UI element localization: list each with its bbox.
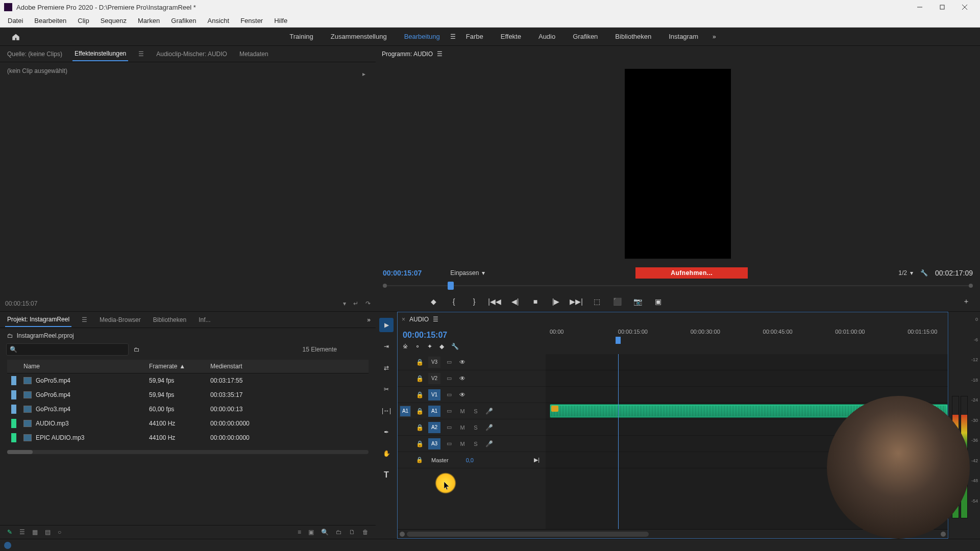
tab-projekt[interactable]: Projekt: InstagramReel — [5, 313, 71, 327]
icon-view-icon[interactable]: ▦ — [32, 529, 38, 536]
add-marker-button[interactable]: ◆ — [427, 295, 440, 308]
delete-button[interactable]: 🗑 — [362, 529, 369, 536]
timeline-timecode[interactable]: 00:00:15:07 — [403, 331, 541, 340]
lift-button[interactable]: ⬚ — [590, 295, 603, 308]
playhead-line[interactable] — [618, 354, 619, 529]
ripple-edit-tool[interactable]: ⇄ — [379, 361, 394, 375]
stop-button[interactable]: ■ — [529, 295, 542, 308]
workspace-audio[interactable]: Audio — [531, 29, 562, 44]
settings-icon[interactable]: 🔧 — [451, 343, 459, 350]
sequence-tab[interactable]: AUDIO — [409, 316, 429, 323]
voiceover-record-icon[interactable]: 🎤 — [484, 408, 494, 415]
workspace-bibliotheken[interactable]: Bibliotheken — [608, 29, 658, 44]
sync-lock-icon[interactable]: ▭ — [445, 375, 454, 382]
new-bin-button[interactable]: 🗀 — [336, 529, 342, 536]
button-editor-button[interactable]: ＋ — [960, 295, 973, 308]
step-back-button[interactable]: ◀| — [508, 295, 522, 308]
fit-dropdown[interactable]: Einpassen▾ — [450, 269, 485, 277]
track-header-master[interactable]: 🔒 Master 0,0 ▶| — [398, 452, 546, 468]
menu-bearbeiten[interactable]: Bearbeiten — [30, 15, 71, 26]
go-to-in-button[interactable]: |◀◀ — [488, 295, 501, 308]
panel-menu-icon[interactable]: ☰ — [433, 316, 438, 323]
find-icon[interactable]: 🔍 — [321, 529, 329, 536]
menu-hilfe[interactable]: Hilfe — [270, 15, 292, 26]
hand-tool[interactable]: ✋ — [379, 446, 394, 461]
source-patch-a1[interactable]: A1 — [400, 406, 411, 417]
tab-bibliotheken[interactable]: Bibliotheken — [151, 313, 188, 327]
export-frame-button[interactable]: 📷 — [631, 295, 644, 308]
menu-fenster[interactable]: Fenster — [236, 15, 267, 26]
slip-tool[interactable]: |↔| — [379, 404, 394, 418]
project-row[interactable]: AUDIO.mp344100 Hz00:00:00:0000 — [7, 416, 369, 431]
add-marker-icon[interactable]: ✦ — [427, 343, 432, 350]
menu-datei[interactable]: Datei — [3, 15, 28, 26]
workspace-farbe[interactable]: Farbe — [459, 29, 491, 44]
sync-lock-icon[interactable]: ▭ — [445, 391, 454, 398]
compare-button[interactable]: ▣ — [651, 295, 665, 308]
project-row[interactable]: EPIC AUDIO.mp344100 Hz00:00:00:0000 — [7, 431, 369, 445]
workspace-effekte[interactable]: Effekte — [494, 29, 528, 44]
go-to-end-icon[interactable]: ▶| — [534, 457, 544, 463]
workspace-instagram[interactable]: Instagram — [662, 29, 705, 44]
column-framerate[interactable]: Framerate▲ — [145, 360, 206, 373]
track-header-v1[interactable]: 🔒 V1 ▭ 👁 — [398, 387, 546, 403]
track-header-v2[interactable]: 🔒 V2 ▭ 👁 — [398, 370, 546, 387]
sync-lock-icon[interactable]: ▭ — [445, 359, 454, 365]
linked-selection-icon[interactable]: ⚬ — [415, 343, 420, 350]
extract-button[interactable]: ⬛ — [610, 295, 624, 308]
new-bin-icon[interactable]: 🗀 — [134, 346, 140, 353]
go-to-out-button[interactable]: ▶▶| — [570, 295, 583, 308]
program-monitor-canvas[interactable] — [624, 68, 731, 259]
marker-icon[interactable]: ◆ — [439, 343, 444, 350]
playhead-handle[interactable] — [616, 337, 621, 344]
program-timecode[interactable]: 00:00:15:07 — [383, 269, 422, 277]
new-item-button[interactable]: 🗋 — [349, 529, 355, 536]
panel-menu-icon[interactable]: ☰ — [80, 314, 89, 325]
project-row[interactable]: GoPro6.mp459,94 fps00:03:35:17 — [7, 388, 369, 402]
home-button[interactable] — [6, 29, 26, 44]
voiceover-record-icon[interactable]: 🎤 — [484, 440, 494, 447]
list-view-icon[interactable]: ☰ — [19, 529, 25, 536]
timeline-ruler[interactable]: 00:00 00:00:15:00 00:00:30:00 00:00:45:0… — [546, 327, 948, 354]
razor-tool[interactable]: ✂ — [379, 382, 394, 396]
column-medienstart[interactable]: Medienstart — [206, 360, 273, 373]
track-header-a1[interactable]: A1 🔒 A1 ▭ M S 🎤 — [398, 403, 546, 419]
tab-effekteinstellungen[interactable]: Effekteinstellungen — [72, 47, 128, 61]
source-filter-icon[interactable]: ▾ — [343, 300, 346, 307]
window-close-button[interactable] — [953, 0, 976, 14]
menu-marken[interactable]: Marken — [133, 15, 164, 26]
mute-button[interactable]: M — [458, 408, 467, 414]
selection-tool[interactable]: ▶ — [379, 318, 394, 332]
panel-menu-icon[interactable]: ☰ — [437, 51, 443, 58]
menu-sequenz[interactable]: Sequenz — [96, 15, 131, 26]
write-enable-icon[interactable]: ✎ — [7, 529, 12, 536]
tab-audioclip-mischer[interactable]: Audioclip-Mischer: AUDIO — [154, 47, 229, 61]
project-search-input[interactable]: 🔍 — [6, 343, 129, 356]
workspace-zusammenstellung[interactable]: Zusammenstellung — [324, 29, 394, 44]
automate-icon[interactable]: ▣ — [308, 529, 314, 536]
toggle-output-icon[interactable]: 👁 — [458, 359, 467, 366]
workspace-grafiken[interactable]: Grafiken — [566, 29, 605, 44]
column-name[interactable]: Name — [7, 360, 145, 373]
window-maximize-button[interactable] — [931, 0, 953, 14]
solo-button[interactable]: S — [471, 408, 480, 414]
mute-button[interactable]: M — [458, 441, 467, 447]
menu-grafiken[interactable]: Grafiken — [166, 15, 201, 26]
source-timecode[interactable]: 00:00:15:07 — [5, 300, 37, 307]
tab-quelle[interactable]: Quelle: (keine Clips) — [5, 47, 64, 61]
panel-menu-icon[interactable]: ☰ — [136, 48, 146, 60]
source-insert-icon[interactable]: ↵ — [353, 300, 358, 307]
track-select-tool[interactable]: ⇥ — [379, 339, 394, 354]
source-overwrite-icon[interactable]: ↷ — [365, 300, 371, 307]
program-panel-title[interactable]: Programm: AUDIO — [382, 51, 433, 58]
workspace-menu-icon[interactable]: ☰ — [450, 33, 456, 40]
tab-media-browser[interactable]: Media-Browser — [97, 313, 143, 327]
pen-tool[interactable]: ✒ — [379, 425, 394, 439]
track-header-v3[interactable]: 🔒 V3 ▭ 👁 — [398, 354, 546, 370]
freeform-view-icon[interactable]: ▤ — [45, 529, 51, 536]
sort-icon[interactable]: ≡ — [298, 529, 301, 536]
voiceover-record-icon[interactable]: 🎤 — [484, 424, 494, 431]
mute-button[interactable]: M — [458, 424, 467, 431]
snap-icon[interactable]: ※ — [403, 343, 408, 350]
close-sequence-button[interactable]: × — [402, 316, 405, 323]
